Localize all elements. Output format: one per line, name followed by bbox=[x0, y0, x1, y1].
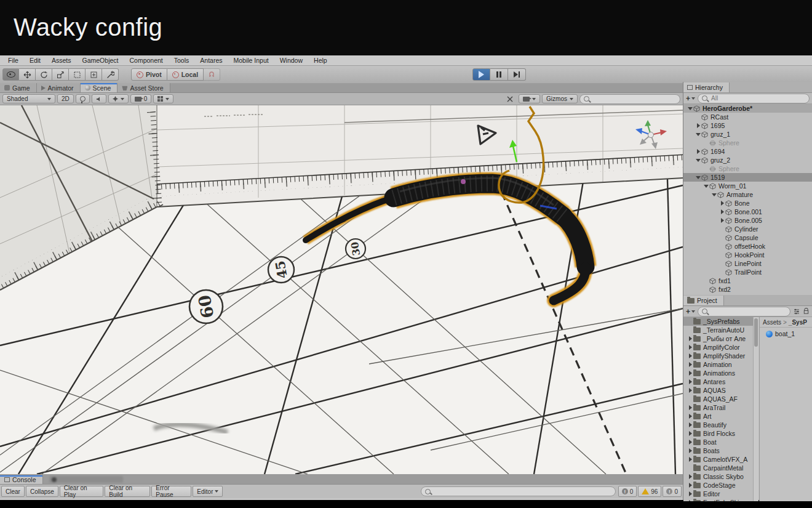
expand-arrow-icon[interactable] bbox=[719, 217, 725, 224]
expand-arrow-icon[interactable] bbox=[687, 499, 693, 501]
project-search-input[interactable] bbox=[710, 307, 786, 315]
tab-game[interactable]: Game bbox=[0, 83, 37, 92]
expand-arrow-icon[interactable] bbox=[695, 114, 701, 120]
move-tool-button[interactable] bbox=[19, 68, 36, 81]
isolate-button[interactable] bbox=[503, 94, 517, 103]
project-folder[interactable]: Classic Skybo bbox=[683, 472, 758, 481]
tab-console[interactable]: Console bbox=[0, 475, 43, 484]
audio-toggle[interactable] bbox=[92, 94, 106, 103]
expand-arrow-icon[interactable] bbox=[687, 422, 693, 428]
expand-arrow-icon[interactable] bbox=[703, 183, 709, 189]
step-button[interactable] bbox=[508, 68, 526, 81]
hierarchy-item[interactable]: RCast bbox=[683, 113, 812, 121]
expand-arrow-icon[interactable] bbox=[687, 448, 693, 454]
scene-search-input[interactable] bbox=[592, 95, 662, 103]
snap-button[interactable] bbox=[204, 68, 220, 81]
project-folder[interactable]: FastFakeSkin bbox=[683, 498, 758, 501]
hierarchy-item[interactable]: Capsule bbox=[683, 233, 812, 242]
hierarchy-item[interactable]: gruz_2 bbox=[683, 156, 812, 164]
scale-tool-button[interactable] bbox=[52, 68, 69, 81]
hierarchy-item[interactable]: 1519 bbox=[683, 173, 812, 182]
shading-mode-dropdown[interactable]: Shaded bbox=[2, 94, 55, 103]
console-button[interactable]: Error Pause bbox=[151, 486, 191, 497]
console-button[interactable]: Collapse bbox=[26, 486, 58, 497]
scene-viewport[interactable]: 60 45 30 bbox=[0, 105, 683, 474]
rect-tool-button[interactable] bbox=[69, 68, 86, 81]
expand-arrow-icon[interactable] bbox=[687, 405, 693, 411]
expand-arrow-icon[interactable] bbox=[687, 491, 693, 497]
rotate-tool-button[interactable] bbox=[36, 68, 52, 81]
expand-arrow-icon[interactable] bbox=[687, 439, 693, 445]
project-folder[interactable]: AmplifyShader bbox=[683, 352, 758, 360]
breadcrumb-root[interactable]: Assets bbox=[763, 319, 781, 326]
menu-item[interactable]: Mobile Input bbox=[228, 57, 274, 64]
project-folder[interactable]: AQUAS bbox=[683, 386, 758, 395]
create-button[interactable]: + bbox=[686, 94, 695, 103]
search-by-type-icon[interactable] bbox=[793, 308, 800, 315]
expand-arrow-icon[interactable] bbox=[687, 465, 693, 471]
project-folder[interactable]: Beautify bbox=[683, 421, 758, 429]
project-folder[interactable]: Boat bbox=[683, 438, 758, 446]
breadcrumb[interactable]: Assets > _SysP bbox=[760, 317, 812, 328]
lighting-toggle[interactable] bbox=[76, 94, 90, 103]
expand-arrow-icon[interactable] bbox=[687, 430, 693, 437]
hierarchy-item[interactable]: Sphere bbox=[683, 139, 812, 147]
project-folder[interactable]: AraTrail bbox=[683, 403, 758, 412]
hierarchy-item[interactable]: Bone bbox=[683, 199, 812, 208]
project-folder[interactable]: Animation bbox=[683, 360, 758, 369]
hierarchy-search[interactable] bbox=[698, 94, 810, 103]
editor-dropdown[interactable]: Editor bbox=[193, 486, 223, 497]
menu-item[interactable]: Edit bbox=[24, 57, 46, 64]
expand-arrow-icon[interactable] bbox=[695, 131, 701, 137]
local-button[interactable]: Local bbox=[167, 68, 204, 81]
tab-asset-store[interactable]: Asset Store bbox=[117, 83, 170, 92]
project-folder[interactable]: Antares bbox=[683, 377, 758, 386]
hierarchy-item[interactable]: Worm_01 bbox=[683, 182, 812, 190]
camera-overlay-button[interactable]: 0 bbox=[130, 94, 152, 103]
blurred-tab[interactable] bbox=[49, 476, 123, 483]
hierarchy-item[interactable]: TrailPoint bbox=[683, 268, 812, 276]
expand-arrow-icon[interactable] bbox=[687, 387, 693, 393]
menu-item[interactable]: GameObject bbox=[77, 57, 124, 64]
expand-arrow-icon[interactable] bbox=[719, 260, 725, 267]
warning-count-toggle[interactable]: 96 bbox=[638, 486, 661, 497]
expand-arrow-icon[interactable] bbox=[687, 396, 693, 402]
pivot-button[interactable]: Pivot bbox=[131, 68, 167, 81]
menu-item[interactable]: Component bbox=[124, 57, 168, 64]
project-folder[interactable]: _SysPrefabs bbox=[683, 317, 758, 326]
scene-search[interactable] bbox=[579, 94, 680, 104]
project-folder[interactable]: Art bbox=[683, 412, 758, 421]
menu-item[interactable]: File bbox=[2, 57, 24, 64]
play-button[interactable] bbox=[472, 68, 490, 81]
asset-item[interactable]: boat_1 bbox=[760, 328, 812, 337]
effects-dropdown[interactable] bbox=[108, 94, 129, 103]
gizmos-dropdown[interactable]: Gizmos bbox=[542, 94, 578, 103]
project-folder[interactable]: Animations bbox=[683, 369, 758, 377]
tab-project[interactable]: Project bbox=[683, 296, 724, 305]
breadcrumb-current[interactable]: _SysP bbox=[789, 319, 807, 326]
expand-arrow-icon[interactable] bbox=[719, 252, 725, 258]
menu-item[interactable]: Antares bbox=[194, 57, 228, 64]
expand-arrow-icon[interactable] bbox=[695, 157, 701, 163]
hierarchy-item[interactable]: Bone.005 bbox=[683, 216, 812, 225]
hidden-packages-icon[interactable] bbox=[803, 308, 810, 315]
expand-arrow-icon[interactable] bbox=[687, 344, 693, 350]
error-count-toggle[interactable]: !0 bbox=[663, 486, 682, 497]
expand-arrow-icon[interactable] bbox=[719, 243, 725, 249]
expand-arrow-icon[interactable] bbox=[687, 361, 693, 368]
info-count-toggle[interactable]: !0 bbox=[618, 486, 637, 497]
expand-arrow-icon[interactable] bbox=[719, 269, 725, 275]
view-tool-button[interactable] bbox=[2, 68, 19, 81]
custom-tool-button[interactable] bbox=[102, 68, 119, 81]
project-folder[interactable]: CarpaintMetal bbox=[683, 464, 758, 472]
expand-arrow-icon[interactable] bbox=[687, 370, 693, 376]
project-folder[interactable]: CodeStage bbox=[683, 481, 758, 490]
folders-scrollbar[interactable] bbox=[753, 317, 758, 501]
hierarchy-item[interactable]: HookPoint bbox=[683, 251, 812, 259]
project-folder[interactable]: Editor bbox=[683, 490, 758, 498]
tab-hierarchy[interactable]: Hierarchy bbox=[683, 83, 730, 92]
expand-arrow-icon[interactable] bbox=[719, 235, 725, 241]
console-search-input[interactable] bbox=[433, 488, 611, 496]
console-button[interactable]: Clear bbox=[1, 486, 25, 497]
hierarchy-item[interactable]: Bone.001 bbox=[683, 208, 812, 216]
